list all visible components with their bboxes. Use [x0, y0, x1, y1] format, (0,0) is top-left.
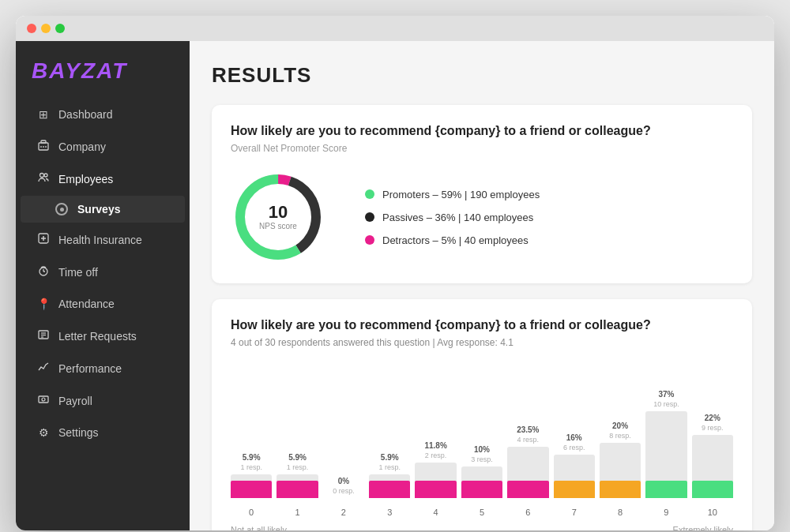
bar-pct-9: 37%: [658, 390, 674, 399]
bar-label-2: 2: [323, 504, 364, 517]
health-icon: [36, 233, 51, 246]
bar-label-3: 3: [369, 504, 410, 517]
sidebar-item-label: Health Insurance: [58, 234, 142, 246]
bar-col-8: 20%8 resp.: [600, 372, 641, 498]
bar-bg-1: [276, 474, 318, 498]
maximize-dot[interactable]: [55, 24, 65, 33]
bar-pct-1: 5.9%: [288, 453, 307, 462]
bars-container: 5.9%1 resp.5.9%1 resp.0%0 resp.5.9%1 res…: [231, 372, 733, 498]
bar-bg-4: [415, 463, 456, 498]
bar-fill-5: [461, 481, 502, 498]
sidebar-item-performance[interactable]: Performance: [21, 353, 185, 384]
bar-label-6: 6: [507, 504, 548, 517]
bar-pct-3: 5.9%: [381, 453, 399, 462]
bar-fill-3: [369, 481, 410, 498]
bar-fill-9: [645, 481, 687, 498]
bar-chart: 5.9%1 resp.5.9%1 resp.0%0 resp.5.9%1 res…: [231, 364, 733, 530]
bar-pct-2: 0%: [338, 477, 349, 485]
sidebar-item-label: Company: [58, 140, 106, 153]
letter-icon: [36, 329, 51, 343]
logo-area: BAYZAT: [16, 41, 190, 99]
sidebar-item-dashboard[interactable]: ⊞ Dashboard: [21, 99, 185, 129]
bar-pct-4: 11.8%: [424, 441, 446, 450]
sidebar-item-employees[interactable]: Employees: [21, 163, 185, 194]
bar-resp-3: 1 resp.: [379, 463, 401, 471]
attendance-icon: 📍: [36, 298, 51, 310]
bar-fill-10: [692, 481, 733, 498]
detractors-dot: [365, 235, 374, 245]
axis-right: Extremely likely: [673, 525, 733, 530]
bar-col-7: 16%6 resp.: [554, 372, 595, 498]
bar-body-0: [231, 474, 272, 498]
nps-question: How likely are you to recommend {company…: [231, 124, 733, 138]
sidebar-item-time-off[interactable]: Time off: [21, 257, 185, 287]
bar-bg-7: [554, 455, 595, 498]
bar-col-0: 5.9%1 resp.: [231, 372, 272, 498]
passives-dot: [365, 212, 374, 222]
bar-resp-5: 3 resp.: [471, 455, 493, 463]
svg-point-18: [42, 398, 45, 401]
sidebar: BAYZAT ⊞ Dashboard: [16, 41, 190, 530]
nps-score-value: 10: [259, 204, 297, 221]
chart-axis: Not at all likely Extremely likely: [231, 525, 733, 530]
bar-resp-9: 10 resp.: [653, 400, 679, 408]
employees-icon: [36, 172, 51, 185]
bar-label-7: 7: [554, 504, 595, 517]
sidebar-item-label: Payroll: [58, 395, 92, 407]
bar-fill-7: [554, 481, 595, 498]
sidebar-item-health-insurance[interactable]: Health Insurance: [21, 224, 185, 255]
chart-meta: 4 out of 30 respondents answered this qu…: [231, 337, 733, 348]
bar-resp-8: 8 resp.: [609, 432, 631, 440]
sidebar-item-label: Dashboard: [58, 108, 113, 121]
nps-content: 10 NPS score Promoters – 59% | 190 emplo…: [231, 170, 733, 264]
bar-chart-card: How likely are you to recommend {company…: [212, 299, 752, 530]
bar-question: How likely are you to recommend {company…: [231, 318, 733, 332]
bar-pct-5: 10%: [474, 445, 490, 454]
close-dot[interactable]: [27, 24, 36, 33]
detractors-label: Detractors – 5% | 40 employees: [382, 234, 529, 246]
sidebar-item-letter-requests[interactable]: Letter Requests: [21, 320, 185, 351]
svg-point-5: [40, 174, 44, 178]
svg-point-6: [44, 174, 47, 177]
company-icon: [36, 140, 51, 153]
bar-label-0: 0: [231, 504, 272, 517]
bar-col-6: 23.5%4 resp.: [507, 372, 548, 498]
sidebar-item-label: Settings: [58, 426, 99, 439]
logo-text: BAYZAT: [32, 58, 127, 84]
surveys-icon: [55, 203, 70, 215]
bar-body-4: [415, 463, 456, 498]
bar-body-5: [461, 466, 502, 498]
browser-window: BAYZAT ⊞ Dashboard: [16, 16, 774, 530]
nps-subtitle: Overall Net Promoter Score: [231, 143, 733, 154]
bar-col-10: 22%9 resp.: [692, 372, 733, 498]
bar-pct-8: 20%: [612, 421, 628, 430]
sidebar-item-label: Performance: [58, 362, 122, 375]
meta-respondents: 4 out of 30 respondents answered this qu…: [231, 337, 430, 348]
minimize-dot[interactable]: [41, 24, 51, 33]
sidebar-item-company[interactable]: Company: [21, 131, 185, 162]
bar-fill-1: [276, 481, 318, 498]
bar-resp-6: 4 resp.: [517, 436, 540, 444]
bar-label-10: 10: [692, 504, 733, 517]
sidebar-item-surveys[interactable]: Surveys: [21, 196, 185, 223]
bar-fill-8: [600, 481, 641, 498]
bar-resp-10: 9 resp.: [702, 424, 724, 432]
main-content: RESULTS How likely are you to recommend …: [190, 41, 774, 530]
bar-resp-7: 6 resp.: [563, 444, 585, 451]
bar-label-9: 9: [645, 504, 687, 517]
sidebar-item-label: Employees: [58, 173, 113, 185]
bar-fill-4: [415, 481, 456, 498]
sidebar-item-payroll[interactable]: Payroll: [21, 385, 185, 416]
bar-col-4: 11.8%2 resp.: [415, 372, 456, 498]
sidebar-item-attendance[interactable]: 📍 Attendance: [21, 289, 185, 319]
browser-chrome: [16, 16, 774, 41]
bar-bg-6: [507, 447, 548, 498]
sidebar-item-label: Letter Requests: [58, 330, 137, 343]
sidebar-item-label: Time off: [58, 266, 98, 279]
nps-donut: 10 NPS score: [231, 170, 325, 264]
bar-body-7: [554, 455, 595, 498]
surveys-label: Surveys: [77, 203, 120, 215]
nps-card: How likely are you to recommend {company…: [212, 105, 752, 283]
sidebar-item-settings[interactable]: ⚙ Settings: [21, 418, 185, 448]
bar-bg-9: [645, 411, 687, 498]
